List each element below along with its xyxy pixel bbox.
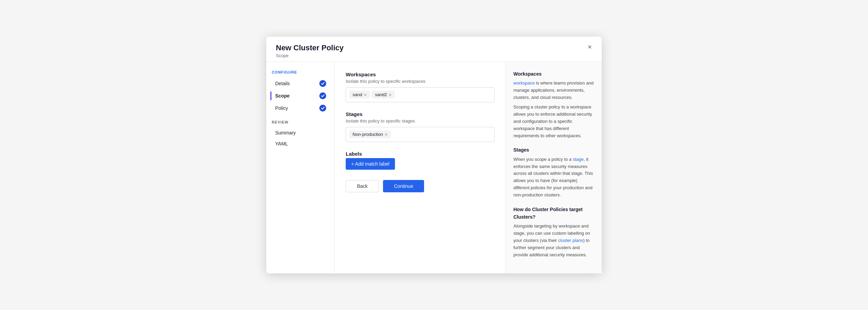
review-section-label: REVIEW <box>272 120 329 124</box>
help-workspaces-text1: workspace is where teams provision and m… <box>513 80 594 101</box>
labels-label: Labels <box>346 151 495 157</box>
workspace-tag-sand: sand × <box>349 91 370 98</box>
scope-check-icon <box>319 92 326 99</box>
sidebar-item-policy-label: Policy <box>275 105 288 111</box>
sidebar-item-policy[interactable]: Policy <box>272 102 329 114</box>
modal-title: New Cluster Policy <box>276 43 592 52</box>
close-button[interactable]: × <box>585 42 595 52</box>
workspace-tag-sand2-remove[interactable]: × <box>389 92 392 97</box>
help-clusters-section: How do Cluster Policies target Clusters?… <box>513 206 594 259</box>
stage-tag-nonprod: Non-production × <box>349 131 391 138</box>
workspaces-section: Workspaces Isolate this policy to specif… <box>346 72 495 102</box>
help-stages-text: When you scope a policy to a stage, it e… <box>513 156 594 199</box>
help-workspace-link[interactable]: workspace <box>513 80 535 86</box>
modal-header: New Cluster Policy Scope × <box>266 37 602 62</box>
workspace-tag-sand-text: sand <box>353 92 362 97</box>
sidebar-item-yaml[interactable]: YAML <box>272 139 329 149</box>
help-stages-text1: When you scope a policy to a <box>513 157 573 162</box>
stages-section: Stages Isolate this policy to specific s… <box>346 111 495 142</box>
stage-tag-nonprod-remove[interactable]: × <box>385 132 387 137</box>
workspace-tag-sand2: sand2 × <box>372 91 395 98</box>
policy-check-icon <box>319 105 326 112</box>
labels-section: Labels + Add match label <box>346 151 495 170</box>
help-cluster-plans-link[interactable]: cluster plans <box>558 238 583 243</box>
modal: New Cluster Policy Scope × CONFIGURE Det… <box>266 37 602 274</box>
stages-label: Stages <box>346 111 495 117</box>
workspace-tag-sand2-text: sand2 <box>375 92 387 97</box>
help-stages-title: Stages <box>513 146 594 154</box>
sidebar-item-details-label: Details <box>275 81 290 86</box>
help-panel: Workspaces workspace is where teams prov… <box>506 62 602 274</box>
sidebar-item-summary-label: Summary <box>275 130 296 135</box>
actions-row: Back Continue <box>346 180 495 192</box>
help-clusters-title: How do Cluster Policies target Clusters? <box>513 206 594 221</box>
help-workspaces-title: Workspaces <box>513 70 594 78</box>
stages-description: Isolate this policy to specific stages <box>346 118 495 124</box>
details-check-icon <box>319 80 326 87</box>
help-stages-section: Stages When you scope a policy to a stag… <box>513 146 594 198</box>
continue-button[interactable]: Continue <box>383 180 424 192</box>
sidebar-item-summary[interactable]: Summary <box>272 128 329 138</box>
help-stage-link[interactable]: stage <box>573 157 584 162</box>
modal-subtitle: Scope <box>276 53 592 58</box>
configure-section-label: CONFIGURE <box>272 70 329 74</box>
workspaces-input[interactable]: sand × sand2 × <box>346 87 495 102</box>
main-content: Workspaces Isolate this policy to specif… <box>335 62 506 274</box>
modal-body: CONFIGURE Details Scope Policy REVIEW <box>266 62 602 274</box>
workspace-tag-sand-remove[interactable]: × <box>364 92 367 97</box>
stage-tag-nonprod-text: Non-production <box>353 132 383 137</box>
help-stages-text2: , it enforces the same security measures… <box>513 157 593 197</box>
stages-input[interactable]: Non-production × <box>346 127 495 142</box>
workspaces-label: Workspaces <box>346 72 495 77</box>
workspaces-description: Isolate this policy to specific workspac… <box>346 79 495 84</box>
back-button[interactable]: Back <box>346 180 379 192</box>
sidebar-item-yaml-label: YAML <box>275 141 288 146</box>
help-workspaces-section: Workspaces workspace is where teams prov… <box>513 70 594 140</box>
help-clusters-text: Alongside targeting by workspace and sta… <box>513 223 594 258</box>
sidebar: CONFIGURE Details Scope Policy REVIEW <box>266 62 335 274</box>
sidebar-item-details[interactable]: Details <box>272 78 329 89</box>
add-match-label-button[interactable]: + Add match label <box>346 158 395 170</box>
sidebar-item-scope-label: Scope <box>275 93 290 99</box>
help-workspaces-text2: Scoping a cluster policy to a workspace … <box>513 104 594 139</box>
sidebar-item-scope[interactable]: Scope <box>272 90 329 102</box>
